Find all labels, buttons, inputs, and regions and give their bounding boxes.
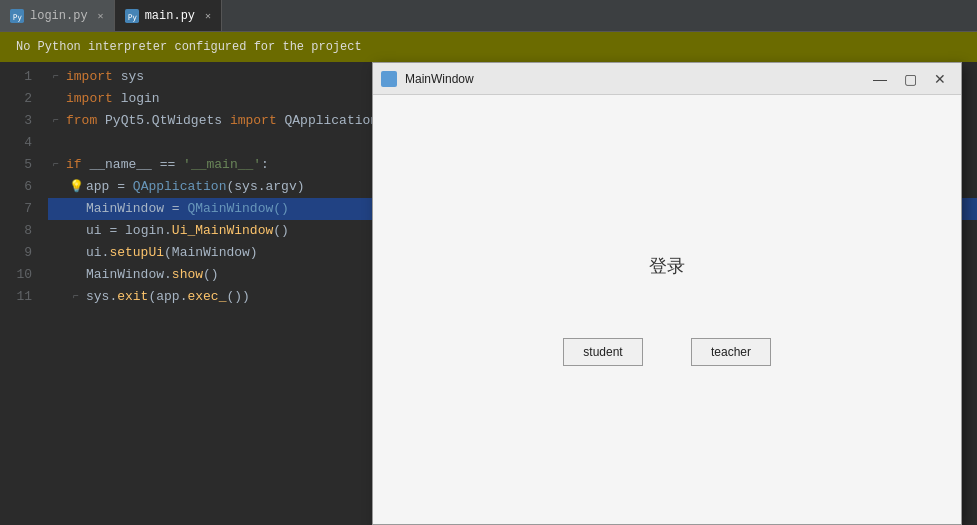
gutter-2 <box>48 91 64 107</box>
window-app-icon <box>381 71 397 87</box>
svg-text:Py: Py <box>127 12 137 21</box>
run-window-titlebar: MainWindow — ▢ ✕ <box>373 63 961 95</box>
login-title: 登录 <box>649 254 685 278</box>
window-title: MainWindow <box>405 72 859 86</box>
line-num-4: 4 <box>0 132 32 154</box>
svg-text:Py: Py <box>13 12 23 21</box>
editor-area: 1 2 3 4 5 6 7 8 9 10 11 ⌐ import sys imp… <box>0 62 977 525</box>
line-num-10: 10 <box>0 264 32 286</box>
python-icon-login: Py <box>10 9 24 23</box>
student-button[interactable]: student <box>563 338 643 366</box>
line-num-9: 9 <box>0 242 32 264</box>
run-window-content: 登录 student teacher <box>373 95 961 524</box>
run-window: MainWindow — ▢ ✕ 登录 student teacher <box>372 62 962 525</box>
gutter-7 <box>68 201 84 217</box>
line-num-5: 5 <box>0 154 32 176</box>
bulb-icon-6: 💡 <box>68 179 84 195</box>
fold-icon-3: ⌐ <box>48 113 64 129</box>
window-maximize-button[interactable]: ▢ <box>897 69 923 89</box>
line-num-1: 1 <box>0 66 32 88</box>
python-icon-main: Py <box>125 9 139 23</box>
gutter-9 <box>68 245 84 261</box>
tab-login[interactable]: Py login.py ✕ <box>0 0 115 31</box>
gutter-8 <box>68 223 84 239</box>
warning-bar: No Python interpreter configured for the… <box>0 32 977 62</box>
warning-text: No Python interpreter configured for the… <box>16 40 362 54</box>
tab-login-close[interactable]: ✕ <box>98 10 104 22</box>
fold-icon-1: ⌐ <box>48 69 64 85</box>
window-close-button[interactable]: ✕ <box>927 69 953 89</box>
gutter-4 <box>48 135 64 151</box>
fold-icon-11: ⌐ <box>68 289 84 305</box>
gutter-10 <box>68 267 84 283</box>
tab-main[interactable]: Py main.py ✕ <box>115 0 222 31</box>
window-controls: — ▢ ✕ <box>867 69 953 89</box>
line-num-6: 6 <box>0 176 32 198</box>
tab-bar: Py login.py ✕ Py main.py ✕ <box>0 0 977 32</box>
line-num-2: 2 <box>0 88 32 110</box>
tab-login-label: login.py <box>30 9 88 23</box>
tab-main-close[interactable]: ✕ <box>205 10 211 22</box>
button-row: student teacher <box>563 338 771 366</box>
line-numbers: 1 2 3 4 5 6 7 8 9 10 11 <box>0 62 40 525</box>
teacher-button[interactable]: teacher <box>691 338 771 366</box>
line-num-3: 3 <box>0 110 32 132</box>
line-num-11: 11 <box>0 286 32 308</box>
fold-icon-5: ⌐ <box>48 157 64 173</box>
line-num-8: 8 <box>0 220 32 242</box>
window-minimize-button[interactable]: — <box>867 69 893 89</box>
tab-main-label: main.py <box>145 9 195 23</box>
line-num-7: 7 <box>0 198 32 220</box>
